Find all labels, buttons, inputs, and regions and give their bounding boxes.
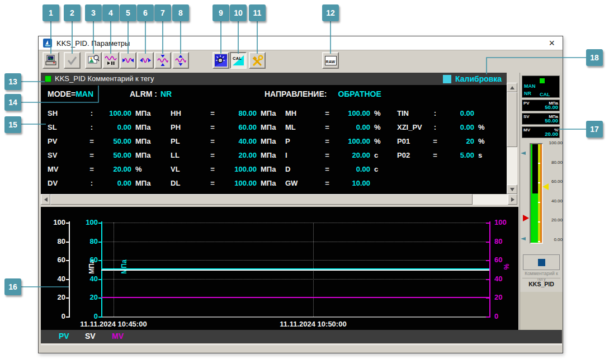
alarm-field: ALRM :NR (130, 89, 172, 98)
mode-value: MAN (75, 89, 93, 98)
param-op: = (207, 179, 218, 187)
trend-pause-button[interactable] (102, 52, 119, 69)
direction-value: ОБРАТНОЕ (338, 89, 381, 98)
param-label: P01 (397, 137, 431, 145)
x-axis-timestamp: 11.11.2024 10:50:00 (266, 320, 361, 328)
param-op: = (431, 137, 440, 145)
scroll-up-button[interactable] (507, 83, 517, 92)
y-axis-line-1 (69, 221, 70, 318)
faceplate-panel: MAN NR CAL PVМПа50.00SVМПа50.00MV%20.00 … (520, 73, 562, 330)
fp-value: 50.00 (545, 104, 558, 110)
param-unit: c (370, 165, 393, 173)
scroll-left-button[interactable] (41, 194, 50, 205)
scroll-down-button[interactable] (507, 185, 517, 194)
param-row-p: P=100.00% (285, 134, 393, 148)
close-button[interactable]: × (549, 38, 555, 48)
tick-mark (66, 223, 69, 224)
print-button[interactable] (43, 52, 59, 69)
param-group-2: HH=80.00МПаPH=60.00МПаPL=40.00МПаLL=20.0… (171, 106, 290, 194)
alarm-value: NR (160, 89, 172, 98)
gauge-limit-strip (540, 144, 542, 243)
param-val: 0.00 (332, 165, 370, 173)
tick-mark (98, 242, 101, 243)
param-op: = (207, 137, 218, 145)
annotation-badge-17: 17 (586, 121, 603, 138)
calibration-ramp-icon: CAL (232, 54, 244, 67)
param-row-mh: MH=100.00% (285, 106, 393, 120)
wave-expand-horizontal-icon (139, 54, 152, 67)
annotation-badge-13: 13 (4, 73, 21, 90)
annotation-badge-6: 6 (137, 4, 154, 21)
tools-button[interactable] (249, 52, 266, 69)
gridline-horizontal (101, 242, 489, 242)
tick-label: 0 (74, 312, 98, 320)
lamp-icon (215, 54, 227, 67)
param-label: DV (48, 179, 87, 187)
legend-item-mv[interactable]: MV (112, 332, 124, 341)
vertical-scrollbar[interactable] (507, 83, 517, 194)
param-row-pv: PV=50.00МПа (48, 134, 165, 148)
horizontal-scrollbar[interactable] (41, 194, 517, 205)
annotation-badge-15: 15 (4, 116, 21, 133)
mode-row: MODE=MAN ALRM :NR НАПРАВЛЕНИЕ:ОБРАТНОЕ (41, 89, 507, 102)
faceplate-value-box-pv: PVМПа50.00 (522, 100, 560, 111)
horizontal-scroll-thumb[interactable] (50, 194, 473, 205)
param-row-ml: ML=0.00% (285, 120, 393, 134)
raw-data-button[interactable]: RAW (322, 52, 339, 69)
confirm-button[interactable] (64, 52, 81, 69)
calibration-button[interactable]: CAL (230, 52, 247, 69)
arrow-left-icon (44, 197, 48, 202)
scroll-right-button[interactable] (508, 194, 517, 205)
snapshot-button[interactable] (85, 52, 102, 69)
faceplate-stop-button[interactable] (523, 254, 560, 270)
param-unit: % (370, 109, 393, 117)
param-op: = (207, 109, 218, 117)
param-label: DL (171, 179, 207, 187)
param-row-dv: DV:0.00МПа (48, 176, 165, 190)
param-row-svh: SVH=100.00МПа (171, 190, 290, 194)
legend-item-pv[interactable]: PV (59, 332, 69, 341)
tag-comment-text: KKS_PID Комментарий к тегу (55, 74, 154, 83)
param-row-p01: P01=20% (397, 134, 497, 148)
expand-horizontal-button[interactable] (137, 52, 154, 69)
calibration-indicator (443, 75, 451, 83)
setpoint-pointer-icon (542, 183, 549, 190)
param-unit: МПа (131, 123, 165, 131)
param-op: : (87, 109, 97, 117)
tick-label: 60 (74, 256, 98, 264)
param-label: GW (285, 179, 322, 187)
screenshot-canvas: KKS_PID. Параметры × (0, 0, 609, 364)
param-unit: МПа (131, 137, 165, 145)
annotation-badge-3: 3 (85, 4, 102, 21)
legend-item-sv[interactable]: SV (85, 332, 96, 341)
trend-legend: PVSVMV (41, 330, 562, 343)
vertical-scroll-thumb[interactable] (507, 92, 517, 147)
param-label: P02 (397, 151, 431, 159)
param-label: HH (171, 109, 207, 117)
compress-vertical-button[interactable] (154, 52, 171, 69)
param-label: SH (48, 109, 87, 117)
param-row-sl: SL:0.00МПа (48, 120, 165, 134)
tick-mark (98, 279, 101, 280)
trend-pause-icon (105, 54, 117, 67)
param-group-1: SH:100.00МПаSL:0.00МПаPV=50.00МПаSV=50.0… (48, 106, 165, 194)
lamp-button[interactable] (213, 52, 229, 69)
param-op: = (431, 151, 440, 159)
fp-value: 20.00 (545, 131, 558, 137)
picture-magnifier-icon (87, 54, 100, 67)
stop-square-icon (538, 259, 545, 266)
expand-vertical-button[interactable] (172, 52, 189, 69)
param-unit: МПа (131, 151, 165, 159)
param-row-p02: P02=5.00s (397, 148, 497, 162)
faceplate-alarm: NR (524, 91, 531, 96)
param-val: 100.00 (218, 165, 257, 173)
param-val: 50.00 (97, 151, 131, 159)
faceplate-comment: Комментарий к тегу (520, 271, 563, 282)
annotation-badge-12: 12 (322, 4, 339, 21)
gridline-horizontal (101, 279, 489, 280)
scrollbar-filler (507, 73, 517, 83)
annotation-badge-1: 1 (43, 4, 59, 21)
compress-horizontal-button[interactable] (120, 52, 136, 69)
annotation-badge-5: 5 (120, 4, 136, 21)
param-unit: % (131, 165, 165, 173)
